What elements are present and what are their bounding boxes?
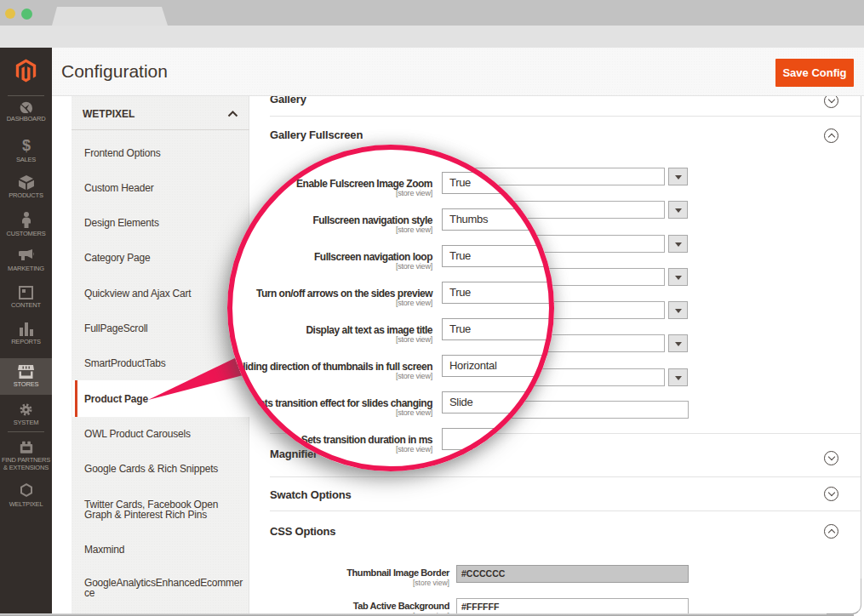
svg-text:$: $	[22, 138, 31, 154]
